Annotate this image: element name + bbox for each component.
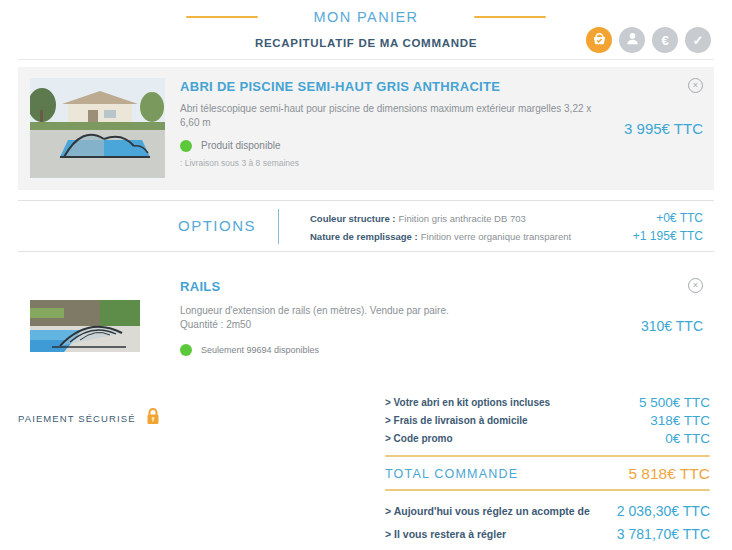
summary-value: 5 500€ TTC bbox=[639, 395, 710, 410]
total-value: 5 818€ TTC bbox=[628, 465, 710, 483]
step-cart[interactable] bbox=[586, 27, 612, 53]
option-value: Finition verre organique transparent bbox=[421, 231, 572, 242]
product-title[interactable]: ABRI DE PISCINE SEMI-HAUT GRIS ANTHRACIT… bbox=[180, 79, 610, 95]
checkout-steps: € ✓ bbox=[586, 27, 711, 53]
page-title: MON PANIER bbox=[314, 9, 419, 25]
product-title[interactable]: RAILS bbox=[180, 279, 610, 295]
availability-dot-icon bbox=[180, 140, 192, 152]
product-image-rails[interactable] bbox=[30, 300, 140, 352]
payment-label: > Il vous restera à régler bbox=[385, 528, 506, 540]
options-section: OPTIONS Couleur structure : Finition gri… bbox=[18, 200, 714, 252]
user-icon bbox=[624, 30, 641, 51]
option-label: Nature de remplissage : bbox=[310, 231, 418, 242]
availability-label: Produit disponible bbox=[201, 140, 281, 151]
item-price: 310€ TTC bbox=[641, 318, 703, 334]
availability-label: Seulement 99694 disponibles bbox=[201, 345, 319, 355]
option-price: +1 195€ TTC bbox=[633, 227, 703, 245]
options-divider bbox=[278, 209, 279, 244]
euro-icon: € bbox=[661, 33, 668, 48]
header: MON PANIER bbox=[0, 6, 732, 28]
product-image-enclosure[interactable] bbox=[30, 78, 165, 178]
product-description: Abri télescopique semi-haut pour piscine… bbox=[180, 102, 610, 130]
order-summary: > Votre abri en kit options incluses 5 5… bbox=[385, 393, 710, 544]
step-account[interactable] bbox=[619, 27, 645, 53]
cart-item-rails: RAILS Longueur d'extension de rails (en … bbox=[18, 265, 714, 377]
availability-dot-icon bbox=[180, 344, 192, 356]
lock-icon bbox=[145, 406, 161, 430]
payment-row: > Il vous restera à régler 3 781,70€ TTC bbox=[385, 524, 710, 544]
summary-separator bbox=[385, 455, 710, 457]
remove-item-button[interactable]: × bbox=[688, 278, 703, 293]
remove-item-button[interactable]: × bbox=[688, 78, 703, 93]
summary-label: > Code promo bbox=[385, 433, 453, 444]
title-ornament-right bbox=[474, 16, 546, 18]
payment-value: 3 781,70€ TTC bbox=[617, 526, 710, 542]
payment-label: > Aujourd'hui vous réglez un acompte de bbox=[385, 505, 590, 517]
title-ornament-left bbox=[186, 16, 258, 18]
secure-payment-label: PAIEMENT SÉCURISÉ bbox=[18, 413, 136, 424]
delivery-info: : Livraison sous 3 à 8 semaines bbox=[180, 158, 610, 168]
item-price: 3 995€ TTC bbox=[624, 120, 703, 137]
payment-row: > Aujourd'hui vous réglez un acompte de … bbox=[385, 501, 710, 521]
basket-icon bbox=[591, 30, 608, 51]
total-row: TOTAL COMMANDE 5 818€ TTC bbox=[385, 462, 710, 485]
step-payment[interactable]: € bbox=[652, 27, 678, 53]
summary-label: > Votre abri en kit options incluses bbox=[385, 397, 550, 408]
summary-value: 318€ TTC bbox=[650, 413, 710, 428]
summary-label: > Frais de livraison à domicile bbox=[385, 415, 528, 426]
cart-page: MON PANIER RECAPITULATIF DE MA COMMANDE bbox=[0, 0, 732, 550]
option-value: Finition gris anthracite DB 703 bbox=[399, 213, 526, 224]
summary-value: 0€ TTC bbox=[665, 431, 710, 446]
secure-payment: PAIEMENT SÉCURISÉ bbox=[18, 406, 161, 430]
summary-separator bbox=[385, 489, 710, 491]
option-price: +0€ TTC bbox=[633, 209, 703, 227]
summary-row: > Votre abri en kit options incluses 5 5… bbox=[385, 393, 710, 411]
product-description: Longueur d'extension de rails (en mètres… bbox=[180, 304, 610, 318]
summary-row: > Code promo 0€ TTC bbox=[385, 429, 710, 447]
option-row: Nature de remplissage : Finition verre o… bbox=[310, 227, 571, 245]
cart-item-enclosure: ABRI DE PISCINE SEMI-HAUT GRIS ANTHRACIT… bbox=[18, 67, 714, 190]
option-label: Couleur structure : bbox=[310, 213, 396, 224]
check-icon: ✓ bbox=[693, 33, 704, 48]
payment-value: 2 036,30€ TTC bbox=[617, 503, 710, 519]
option-row: Couleur structure : Finition gris anthra… bbox=[310, 209, 571, 227]
options-heading: OPTIONS bbox=[178, 217, 256, 234]
total-label: TOTAL COMMANDE bbox=[385, 467, 518, 481]
header-separator bbox=[18, 59, 714, 60]
summary-row: > Frais de livraison à domicile 318€ TTC bbox=[385, 411, 710, 429]
product-quantity: Quantité : 2m50 bbox=[180, 318, 610, 332]
step-confirmation[interactable]: ✓ bbox=[685, 27, 711, 53]
